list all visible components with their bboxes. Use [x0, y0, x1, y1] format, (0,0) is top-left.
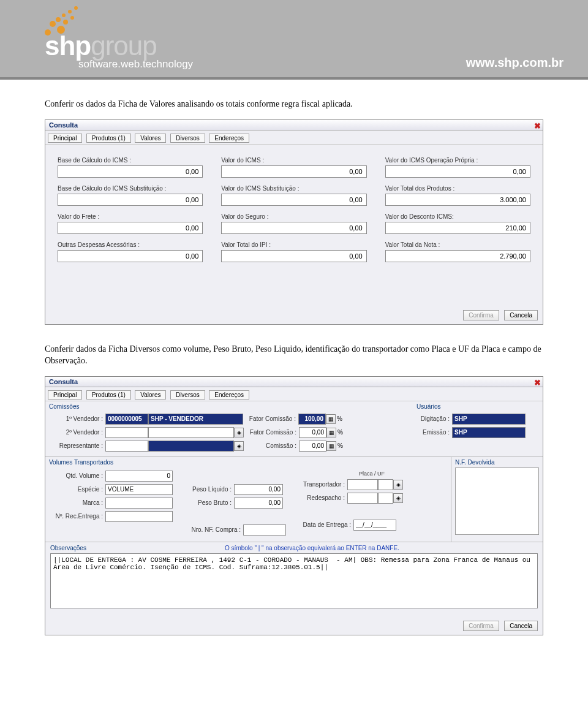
tab-enderecos[interactable]: Endereços	[209, 134, 249, 143]
input-qtd-volume[interactable]	[105, 471, 173, 482]
input-redespacho-placa[interactable]	[347, 493, 378, 504]
tab-enderecos[interactable]: Endereços	[209, 390, 249, 399]
obs-hint: O símbolo " | " na observação equivalerá…	[86, 545, 538, 551]
instruction-2: Conferir dados da Ficha Diversos como vo…	[45, 343, 543, 367]
input-icms-op-propria[interactable]	[385, 165, 530, 178]
input-transportador-uf[interactable]	[378, 479, 393, 490]
label-nrec-entrega: Nº. Rec.Entrega :	[50, 513, 105, 520]
label-frete: Valor do Frete :	[58, 213, 203, 220]
lookup-icon[interactable]: ◈	[234, 441, 244, 451]
input-peso-bruto[interactable]	[234, 498, 283, 509]
percent-label: %	[337, 415, 342, 422]
input-despesas[interactable]	[58, 250, 203, 262]
calculator-icon[interactable]: ▦	[326, 441, 336, 451]
section-obs-label: Observações	[50, 545, 86, 551]
input-nro-nf-compra[interactable]	[243, 524, 286, 536]
input-vendedor2-code[interactable]	[105, 427, 148, 438]
dialog1-title: Consulta	[49, 121, 78, 129]
calculator-icon[interactable]: ▦	[326, 428, 336, 437]
input-representante-code[interactable]	[105, 441, 148, 452]
input-valor-icms[interactable]	[221, 165, 366, 178]
input-base-icms[interactable]	[58, 165, 203, 178]
banner-url: www.shp.com.br	[466, 56, 564, 70]
instruction-1: Conferir os dados da Ficha de Valores an…	[45, 98, 543, 110]
dialog2-title: Consulta	[49, 378, 78, 385]
tab-produtos[interactable]: Produtos (1)	[86, 134, 131, 143]
confirm-button[interactable]: Confirma	[463, 310, 499, 320]
input-vendedor2-name[interactable]	[148, 427, 234, 438]
tab-produtos[interactable]: Produtos (1)	[86, 390, 131, 399]
close-icon[interactable]: ✖	[534, 121, 541, 131]
label-qtd-volume: Qtd. Volume :	[50, 472, 105, 479]
input-data-entrega[interactable]	[353, 520, 396, 531]
obs-textarea[interactable]	[50, 553, 538, 608]
label-especie: Espécie :	[50, 486, 105, 493]
label-icms-op-propria: Valor do ICMS Operação Própria :	[385, 157, 530, 164]
dialog2-tabs: Principal Produtos (1) Valores Diversos …	[45, 387, 543, 401]
confirm-button[interactable]: Confirma	[463, 621, 499, 631]
input-total-ipi[interactable]	[221, 250, 366, 262]
label-valor-icms-sub: Valor do ICMS Substituição :	[221, 185, 366, 192]
label-vendedor1: 1º Vendedor :	[50, 415, 105, 422]
tab-valores[interactable]: Valores	[135, 390, 166, 399]
input-valor-icms-sub[interactable]	[221, 194, 366, 206]
dialog2-title-bar: Consulta ✖	[45, 377, 543, 387]
label-valor-icms: Valor do ICMS :	[221, 157, 366, 164]
label-nro-nf-compra: Nro. NF. Compra :	[188, 526, 243, 533]
nf-devolvida-label: N.F. Devolvida	[451, 457, 543, 467]
input-base-icms-sub[interactable]	[58, 194, 203, 206]
close-icon[interactable]: ✖	[534, 378, 541, 387]
tab-principal[interactable]: Principal	[48, 134, 82, 143]
input-digitacao[interactable]	[452, 414, 526, 425]
input-desconto-icms[interactable]	[385, 222, 530, 234]
input-especie[interactable]	[105, 484, 173, 495]
section-header-comissoes-usuarios: Comissões Usuários	[45, 401, 543, 411]
input-fator1[interactable]	[298, 414, 326, 425]
input-vendedor1-code[interactable]	[105, 414, 148, 425]
input-representante-name[interactable]	[148, 441, 234, 452]
input-vendedor1-name[interactable]	[148, 414, 243, 425]
label-total-nota: Valor Total da Nota :	[385, 241, 530, 248]
label-data-entrega: Data de Entrega :	[295, 521, 353, 528]
nf-devolvida-panel: N.F. Devolvida	[451, 457, 543, 542]
input-total-nota[interactable]	[385, 250, 530, 262]
logo: shpgroup software.web.technology	[45, 6, 193, 70]
input-emissao[interactable]	[452, 427, 526, 438]
lookup-icon[interactable]: ◈	[234, 428, 244, 437]
placa-uf-header: Placa / UF	[347, 471, 396, 477]
dialog-consulta-valores: Consulta ✖ Principal Produtos (1) Valore…	[45, 119, 543, 325]
input-seguro[interactable]	[221, 222, 366, 234]
cancel-button[interactable]: Cancela	[504, 310, 538, 320]
logo-dots-icon	[45, 6, 81, 31]
label-vendedor2: 2º Vendedor :	[50, 429, 105, 436]
header-banner: shpgroup software.web.technology www.shp…	[0, 0, 588, 80]
input-fator2[interactable]	[299, 427, 326, 438]
input-marca[interactable]	[105, 498, 173, 509]
calculator-icon[interactable]: ▦	[326, 414, 336, 424]
nf-devolvida-list[interactable]	[455, 467, 539, 535]
tab-diversos[interactable]: Diversos	[170, 134, 205, 143]
input-total-produtos[interactable]	[385, 194, 530, 206]
cancel-button[interactable]: Cancela	[504, 621, 538, 631]
input-peso-liquido[interactable]	[234, 484, 283, 495]
label-emissao: Emissão :	[415, 429, 452, 436]
input-comissao[interactable]	[299, 441, 326, 452]
input-frete[interactable]	[58, 222, 203, 234]
dialog1-tabs: Principal Produtos (1) Valores Diversos …	[45, 131, 543, 145]
input-nrec-entrega[interactable]	[105, 511, 173, 522]
label-representante: Representante :	[50, 442, 105, 449]
tab-diversos[interactable]: Diversos	[170, 390, 205, 399]
valores-fields-grid: Base de Cálculo do ICMS : Valor do ICMS …	[45, 145, 543, 268]
input-transportador-placa[interactable]	[347, 479, 378, 490]
section-comissoes-label: Comissões	[49, 403, 417, 410]
tab-principal[interactable]: Principal	[48, 390, 82, 399]
input-redespacho-uf[interactable]	[378, 493, 393, 504]
lookup-icon[interactable]: ◈	[393, 480, 403, 490]
section-usuarios-label: Usuários	[417, 403, 539, 410]
section-volumes-label: Volumes Transportados	[45, 457, 451, 467]
tab-valores[interactable]: Valores	[135, 134, 166, 143]
label-peso-liquido: Peso Líquido :	[188, 486, 234, 493]
percent-label: %	[337, 429, 343, 436]
lookup-icon[interactable]: ◈	[393, 493, 403, 503]
label-total-ipi: Valor Total do IPI :	[221, 241, 366, 248]
